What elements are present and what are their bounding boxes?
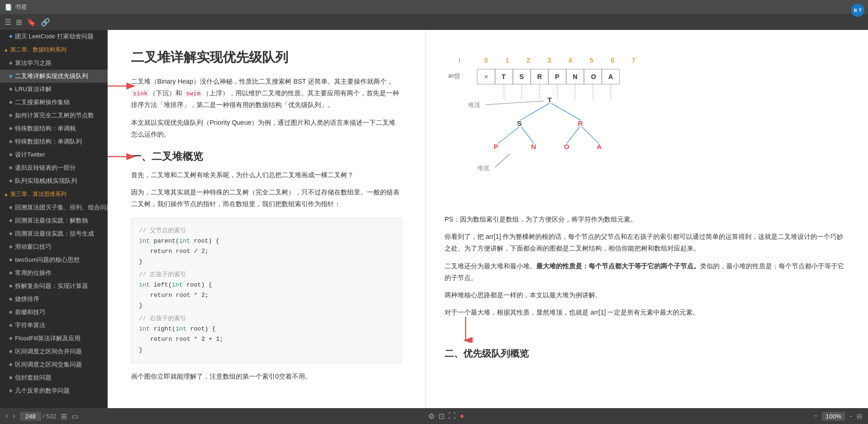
sidebar-item-label: twoSum问题的核心思想 [15,256,80,264]
sidebar-item-interval2[interactable]: 区间调度之区间交集问题 [0,358,108,371]
bottom-bar: ‹ › / 532 ⊞ ▭ ⚙ ⊡ ⛶ ● − − ⊖ [0,408,868,424]
sidebar-dot [9,324,12,327]
sidebar-dot [9,127,12,130]
sidebar-item-sliding[interactable]: 滑动窗口技巧 [0,240,108,253]
sidebar-item-label: FloodFill算法详解及应用 [15,334,80,343]
svg-text:O: O [591,73,596,80]
sidebar-item-pancake[interactable]: 烧饼排序 [0,293,108,306]
sidebar-item-bst[interactable]: 二叉搜索树操作集锦 [0,96,108,109]
sidebar-item-leetcode[interactable]: 团灭 LeetCode 打家劫舍问题 [0,30,108,43]
sidebar-item-reverse-linked[interactable]: 递归反转链表的一部分 [0,161,108,174]
sidebar-item-backtrack3[interactable]: 回溯算法最佳实践：括号生成 [0,227,108,240]
sidebar-item-string[interactable]: 字符串算法 [0,319,108,332]
sidebar-item-prefix[interactable]: 前缀和技巧 [0,306,108,319]
single-page-button[interactable]: ▭ [72,412,79,421]
sidebar-item-backtrack2[interactable]: 回溯算法最佳实践：解数独 [0,214,108,227]
article-title: 二叉堆详解实现优先级队列 [131,49,402,66]
svg-line-38 [567,127,580,144]
sidebar-item-label: 特殊数据结构：单调栈 [15,124,76,133]
right-p3: 两种堆核心思路都是一样的，本文以最大堆为例讲解。 [445,289,849,301]
fullscreen-button[interactable]: ⛶ [448,412,456,420]
sidebar-item-lru[interactable]: LRU算法详解 [0,83,108,96]
sidebar-item-label: 回溯算法团灭子集、排列、组合问题 [15,203,108,212]
sidebar-item-label: LRU算法详解 [15,85,51,93]
sidebar-item-interval1[interactable]: 区间调度之区间合并问题 [0,345,108,358]
sidebar-item-calculator[interactable]: 拆解复杂问题：实现计算器 [0,280,108,293]
record-button[interactable]: ● [460,412,464,420]
sidebar-item-label: 设计Twitter [15,151,45,159]
right-p2: 二叉堆还分为最大堆和最小堆。最大堆的性质是：每个节点都大于等于它的两个子节点。类… [445,260,849,284]
sidebar-item-math[interactable]: 几个反常的数学问题 [0,384,108,397]
toolbar-bookmark-icon[interactable]: 🔖 [27,18,36,27]
sidebar-item-floodfill[interactable]: FloodFill算法详解及应用 [0,332,108,345]
code-block: // 父节点的索引 int parent(int root) { return … [131,218,402,363]
right-p1: 你看到了，把 arr[1] 作为整棵树的根的话，每个节点的父节点和左右孩子的索引… [445,231,849,254]
next-page-button[interactable]: › [13,412,15,420]
svg-text:P: P [555,73,559,80]
code-return3: return root * 2 + 1; [150,336,223,343]
sidebar-item-envelope[interactable]: 信封套娃问题 [0,371,108,384]
svg-text:N: N [573,73,577,80]
svg-text:S: S [519,73,524,80]
sidebar-dot [9,88,12,91]
sidebar-section2[interactable]: ▲ 第三章、算法思维系列 [0,187,108,201]
page-view-button[interactable]: ⊡ [438,412,445,421]
code-return2: return root * 2; [150,292,209,299]
svg-text:5: 5 [590,57,593,64]
zoom-slider-button[interactable]: ⊖ [856,412,862,421]
sidebar-item-label: 特殊数据结构：单调队列 [15,137,82,146]
current-page-input[interactable] [20,412,41,421]
prev-page-button[interactable]: ‹ [6,412,8,420]
sidebar-dot [9,363,12,366]
zoom-input[interactable] [822,412,845,421]
sidebar-item-label: 递归反转链表的一部分 [15,164,76,172]
zoom-out-button[interactable]: − [814,412,818,420]
sidebar-item-label: 前缀和技巧 [15,308,45,316]
sidebar-item-label: 回溯算法最佳实践：解数独 [15,216,88,225]
sidebar-item-twosum[interactable]: twoSum问题的核心思想 [0,253,108,266]
page-number-display: / 532 [20,412,57,421]
sidebar-item-bitops[interactable]: 常用的位操作 [0,266,108,280]
page-left: 二叉堆详解实现优先级队列 二叉堆（Binary Heap）没什么神秘，性质比二叉… [108,30,426,408]
sidebar-item-twitter[interactable]: 设计Twitter [0,148,108,161]
sidebar-dot [9,62,12,65]
section1-p2: 因为，二叉堆其实就是一种特殊的二叉树（完全二叉树），只不过存储在数组里。一般的链… [131,187,402,210]
sidebar-item-algo-path[interactable]: 算法学习之路 [0,57,108,70]
inline-code-swim: swim [184,89,202,97]
svg-text:×: × [484,73,488,80]
page-separator: / [43,413,44,420]
sidebar-item-complete-tree[interactable]: 如何计算完全二叉树的节点数 [0,109,108,122]
top-bar-title-area: 📑 书签 [5,3,27,11]
toolbar-link-icon[interactable]: 🔗 [41,18,50,27]
code-comment2: // 左孩子的索引 [139,271,186,278]
settings-button[interactable]: ⚙ [428,412,435,421]
sidebar-item-label: 拆解复杂问题：实现计算器 [15,282,88,290]
sidebar-dot [9,298,12,301]
sidebar-item-label: 团灭 LeetCode 打家劫舍问题 [15,32,94,41]
toolbar-menu-icon[interactable]: ☰ [5,18,11,27]
sidebar-item-backtrack1[interactable]: 回溯算法团灭子集、排列、组合问题 [0,201,108,214]
sidebar-dot [9,180,12,182]
sidebar-dot [9,245,12,248]
sidebar-section1-label: 第二章、数据结构系列 [10,46,66,54]
sidebar-dot [9,376,12,379]
content-area: 二叉堆详解实现优先级队列 二叉堆（Binary Heap）没什么神秘，性质比二叉… [108,30,868,408]
code-brace3: } [139,346,143,353]
sidebar-section1[interactable]: ▲ 第二章、数据结构系列 [0,43,108,57]
sidebar-dot [9,75,12,78]
sidebar-item-queue-stack[interactable]: 队列实现栈|栈实现队列 [0,174,108,187]
toolbar-grid-icon[interactable]: ⊞ [16,18,22,27]
sidebar-item-monotone-queue[interactable]: 特殊数据结构：单调队列 [0,135,108,148]
sidebar-item-label: 信封套娃问题 [15,374,51,382]
sidebar-dot [9,259,12,261]
red-arrow-down [459,315,473,343]
svg-text:堆底: 堆底 [477,165,489,172]
sidebar-item-monotone-stack[interactable]: 特殊数据结构：单调栈 [0,122,108,135]
sidebar-item-binary-heap[interactable]: 二叉堆详解实现优先级队列 [0,70,108,83]
sidebar-dot [9,35,12,38]
svg-text:A: A [608,73,613,80]
bold-text-maxheap: 最大堆的性质是：每个节点都大于等于它的两个子节点。 [536,262,700,270]
fit-page-button[interactable]: ⊞ [61,412,67,421]
section2-title: 二、优先级队列概览 [445,347,849,360]
red-arrow-section1 [108,147,136,166]
